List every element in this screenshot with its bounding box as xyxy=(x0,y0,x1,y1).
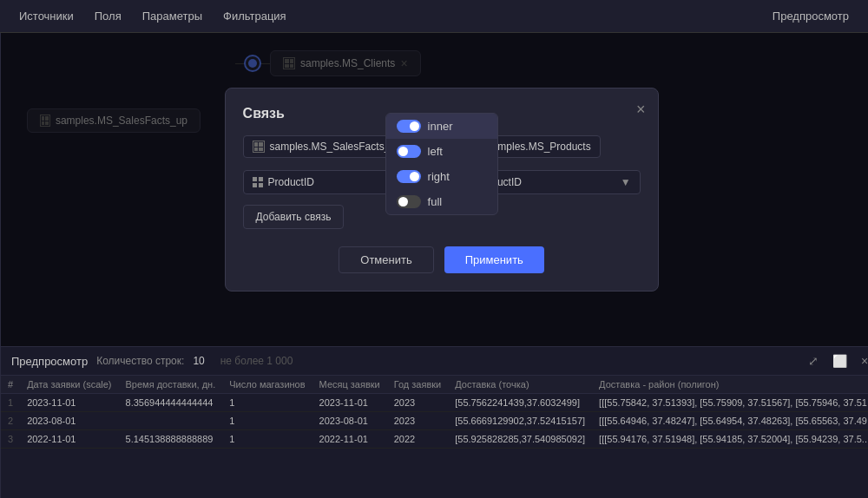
table-header-row: # Дата заявки (scale) Время доставки, дн… xyxy=(1,376,868,394)
col-header: Время доставки, дн. xyxy=(119,376,223,394)
preview-actions: ⤢ ⬜ × xyxy=(805,352,868,370)
toggle-left xyxy=(397,145,421,158)
cell: 2023-11-01 xyxy=(312,394,387,412)
toggle-knob xyxy=(410,172,419,181)
apply-button[interactable]: Применить xyxy=(444,246,544,273)
chevron-down-icon: ▼ xyxy=(621,176,631,188)
preview-count-label: Количество строк: xyxy=(96,355,184,367)
join-label-left: left xyxy=(428,145,443,158)
table-row: 3 2022-11-01 5.145138888888889 1 2022-11… xyxy=(1,430,868,449)
join-type-full[interactable]: full xyxy=(386,189,497,214)
table-left-label: samples.MS_SalesFacts_up xyxy=(270,141,402,153)
cell: 2023 xyxy=(387,412,449,430)
top-nav: Источники Поля Параметры Фильтрация Пред… xyxy=(0,0,868,33)
modal-close-btn[interactable]: × xyxy=(636,101,646,119)
join-label-full: full xyxy=(428,195,443,208)
table-right-label: samples.MS_Products xyxy=(487,141,591,153)
preview-section: Предпросмотр Количество строк: 10 не бол… xyxy=(1,346,868,498)
collapse-icon[interactable]: ⬜ xyxy=(829,352,851,370)
cell: [[[55.64946, 37.48247], [55.64954, 37.48… xyxy=(592,412,868,430)
relation-modal: Связь × samples.MS_SalesFacts_up xyxy=(225,88,659,292)
cell: 2023-08-01 xyxy=(312,412,387,430)
nav-fields[interactable]: Поля xyxy=(86,5,130,27)
table-row: 1 2023-11-01 8.356944444444444 1 2023-11… xyxy=(1,394,868,412)
toggle-full xyxy=(397,195,421,208)
col-header: Год заявки xyxy=(387,376,449,394)
preview-count: 10 xyxy=(193,355,204,367)
field-icon xyxy=(253,177,263,187)
modal-overlay: Связь × samples.MS_SalesFacts_up xyxy=(1,33,868,346)
cell: [55.6669129902,37.52415157] xyxy=(448,412,592,430)
cell-num: 3 xyxy=(1,430,20,449)
cell xyxy=(119,412,223,430)
join-type-left[interactable]: left xyxy=(386,139,497,164)
cell-num: 2 xyxy=(1,412,20,430)
svg-rect-1 xyxy=(259,177,263,181)
preview-limit: не более 1 000 xyxy=(220,355,293,367)
cell: [[[55.94176, 37.51948], [55.94185, 37.52… xyxy=(592,430,868,449)
cell: 2022-11-01 xyxy=(20,430,118,449)
nav-sources[interactable]: Источники xyxy=(10,5,82,27)
svg-rect-3 xyxy=(259,183,263,187)
join-type-dropdown: inner left xyxy=(385,113,498,215)
col-header: Число магазинов xyxy=(222,376,312,394)
cell: [55.925828285,37.540985092] xyxy=(448,430,592,449)
field-left-value: ProductID xyxy=(268,176,314,188)
expand-icon[interactable]: ⤢ xyxy=(805,352,822,370)
preview-title: Предпросмотр xyxy=(11,355,88,368)
toggle-knob xyxy=(410,121,419,131)
toggle-knob xyxy=(398,197,408,206)
join-label-inner: inner xyxy=(428,120,453,133)
preview-table: # Дата заявки (scale) Время доставки, дн… xyxy=(1,376,868,498)
cell: 1 xyxy=(222,394,312,412)
cell: 2022 xyxy=(387,430,449,449)
preview-header: Предпросмотр Количество строк: 10 не бол… xyxy=(1,347,868,376)
main-layout: Подключения Demo Dashboard. Connectio...… xyxy=(0,33,868,498)
cell: 1 xyxy=(222,412,312,430)
cell: 2022-11-01 xyxy=(312,430,387,449)
cancel-button[interactable]: Отменить xyxy=(339,246,433,273)
cell: [[[55.75842, 37.51393], [55.75909, 37.51… xyxy=(592,394,868,412)
table-icon xyxy=(253,141,265,153)
join-type-inner[interactable]: inner xyxy=(386,114,497,139)
toggle-right xyxy=(397,170,421,183)
cell: 2023 xyxy=(387,394,449,412)
svg-rect-0 xyxy=(253,177,257,181)
table-row: 2 2023-08-01 1 2023-08-01 2023 [55.66691… xyxy=(1,412,868,430)
join-label-right: right xyxy=(428,170,450,183)
modal-fields-row: ProductID ▼ inner xyxy=(243,170,641,194)
preview-btn[interactable]: Предпросмотр xyxy=(764,5,858,27)
close-preview-icon[interactable]: × xyxy=(858,352,868,370)
col-header: Доставка (точка) xyxy=(448,376,592,394)
svg-rect-2 xyxy=(253,183,257,187)
cell: 2023-11-01 xyxy=(20,394,118,412)
col-header: Месяц заявки xyxy=(312,376,387,394)
cell: 8.356944444444444 xyxy=(119,394,223,412)
col-header: Доставка - район (полигон) xyxy=(592,376,868,394)
modal-footer: Отменить Применить xyxy=(243,246,641,273)
col-header: # xyxy=(1,376,20,394)
toggle-inner xyxy=(397,120,421,133)
cell: [55.7562241439,37.6032499] xyxy=(448,394,592,412)
right-panel: samples.MS_SalesFacts_up xyxy=(1,33,868,498)
nav-params[interactable]: Параметры xyxy=(134,5,211,27)
cell: 1 xyxy=(222,430,312,449)
nav-filter[interactable]: Фильтрация xyxy=(214,5,295,27)
col-header: Дата заявки (scale) xyxy=(20,376,118,394)
add-link-btn[interactable]: Добавить связь xyxy=(243,205,345,229)
cell: 2023-08-01 xyxy=(20,412,118,430)
join-type-right[interactable]: right xyxy=(386,164,497,189)
cell: 5.145138888888889 xyxy=(119,430,223,449)
cell-num: 1 xyxy=(1,394,20,412)
toggle-knob xyxy=(398,147,408,156)
canvas-area: samples.MS_SalesFacts_up xyxy=(1,33,868,346)
